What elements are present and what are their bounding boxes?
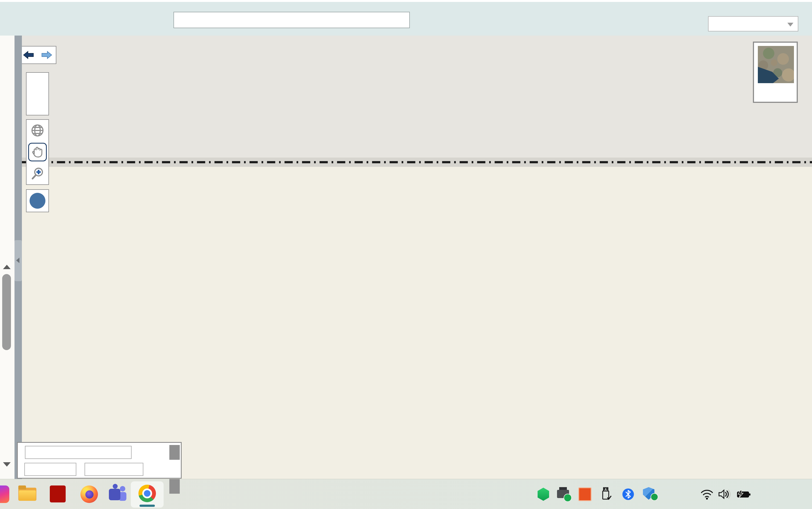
kaspersky-tray-icon[interactable] [537, 486, 550, 502]
scale-coordinate-panel [17, 442, 182, 479]
windows-security-tray-icon[interactable] [643, 486, 657, 502]
water-area [758, 63, 794, 83]
printer-status-dot [564, 494, 572, 502]
app-header [0, 0, 812, 36]
back-arrow-icon[interactable] [23, 51, 34, 59]
scrollbar-thumb[interactable] [2, 274, 11, 350]
layer-panel-edge [0, 36, 15, 479]
teams-letter [109, 489, 121, 500]
panel-splitter[interactable] [14, 36, 22, 479]
folder-tab [18, 485, 26, 489]
basemap-upper [22, 36, 812, 158]
cc4-label [578, 487, 591, 501]
x-coordinate-input[interactable] [24, 463, 76, 476]
chrome-icon-active[interactable] [131, 481, 164, 508]
teams-person [113, 484, 117, 489]
y-coordinate-input[interactable] [84, 463, 143, 476]
kaspersky-letter [538, 488, 549, 501]
aerial-thumbnail [758, 46, 794, 83]
forward-arrow-icon[interactable] [41, 51, 53, 59]
clear-selection-button[interactable] [30, 193, 45, 209]
pan-hand-icon[interactable] [29, 144, 46, 161]
active-app-indicator [139, 505, 155, 507]
chevron-left-icon [16, 258, 20, 263]
taskbar [0, 479, 812, 509]
scroll-down-icon[interactable] [3, 462, 11, 467]
battery-icon[interactable] [735, 486, 752, 502]
parcel-layer [22, 167, 812, 479]
map-canvas[interactable] [22, 36, 812, 479]
volume-icon[interactable] [717, 486, 732, 502]
tray-expand-chevron-icon[interactable] [518, 486, 531, 502]
scale-input[interactable] [25, 446, 132, 459]
zoom-box-magnifier-icon[interactable] [29, 165, 46, 182]
chrome-icon [138, 485, 156, 502]
clear-selection-box [26, 189, 49, 212]
aerial-map-switcher[interactable] [753, 41, 798, 103]
file-explorer-icon[interactable] [18, 485, 36, 503]
collapse-handle[interactable] [14, 240, 22, 281]
zoom-control-box [26, 72, 49, 115]
printer-tray-icon[interactable] [557, 486, 571, 502]
chevron-down-icon [787, 23, 793, 27]
search-box [173, 12, 410, 28]
wifi-icon[interactable] [699, 486, 715, 502]
firefox-icon[interactable] [80, 485, 98, 503]
coordinate-go-button[interactable] [169, 479, 180, 494]
search-input[interactable] [174, 15, 397, 25]
globe-icon[interactable] [29, 122, 46, 139]
teams-person-head [120, 486, 125, 491]
acrobat-icon[interactable] [50, 485, 66, 503]
cutoff-app-icon[interactable] [0, 485, 9, 503]
nav-history-box [22, 46, 56, 64]
teams-icon[interactable] [109, 485, 126, 503]
shield-check [651, 493, 658, 501]
usb-tray-icon[interactable] [600, 486, 613, 502]
scale-go-button[interactable] [169, 445, 180, 460]
desktop [0, 0, 812, 509]
bluetooth-tray-icon[interactable] [621, 486, 635, 502]
scroll-up-icon[interactable] [3, 265, 11, 269]
map-tools-box [26, 119, 49, 185]
cc4-tray-icon[interactable] [578, 486, 591, 502]
north-bluff-road [22, 158, 812, 167]
folder-front [19, 490, 36, 501]
language-indicator[interactable] [667, 486, 691, 502]
map-select-dropdown[interactable] [708, 16, 798, 31]
